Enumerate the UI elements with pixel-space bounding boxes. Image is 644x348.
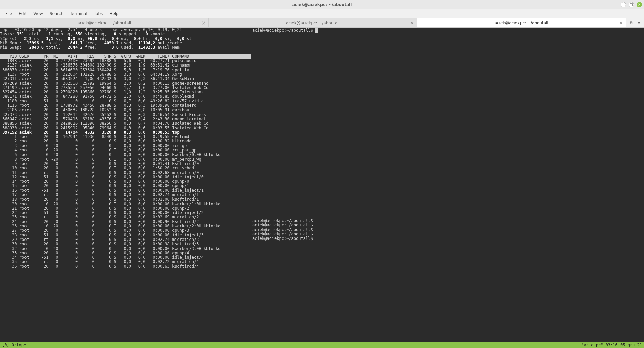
tab-1[interactable]: aciek@aciekpc: ~/aboutall × [209, 18, 417, 27]
tab-close-icon[interactable]: × [202, 20, 206, 26]
tabbar: aciek@aciekpc: ~/aboutall × aciek@aciekp… [0, 18, 644, 28]
menu-help[interactable]: Help [107, 10, 121, 17]
titlebar: aciek@aciekpc: ~/aboutall – □ × [0, 0, 644, 9]
workspace: top - 03:16:30 up 12 days, 2:54, 4 users… [0, 28, 644, 342]
new-tab-icon[interactable]: ⧉ [628, 20, 634, 26]
menu-tabs[interactable]: Tabs [91, 10, 106, 17]
terminal-pane-left[interactable]: top - 03:16:30 up 12 days, 2:54, 4 users… [0, 28, 251, 342]
tab-0[interactable]: aciek@aciekpc: ~/aboutall × [0, 18, 209, 27]
terminal-pane-right-bottom[interactable]: aciek@aciekpc:~/aboutall$aciek@aciekpc:~… [251, 218, 644, 342]
status-right: "aciekpc" 03:16 05-gru-21 [581, 343, 642, 347]
tab-2[interactable]: aciek@aciekpc: ~/aboutall × [417, 18, 626, 27]
menu-file[interactable]: File [3, 10, 15, 17]
window-controls: – □ × [621, 2, 642, 7]
status-left: [0] 0:top* [2, 343, 26, 347]
close-button[interactable]: × [637, 2, 642, 7]
minimize-button[interactable]: – [621, 2, 626, 7]
tab-label: aciek@aciekpc: ~/aboutall [286, 20, 340, 25]
maximize-button[interactable]: □ [629, 2, 634, 7]
tab-close-icon[interactable]: × [410, 20, 414, 26]
menubar: File Edit View Search Terminal Tabs Help [0, 9, 644, 18]
process-row-current: 397152 aciek 20 0 14784 4532 3520 R 0,3 … [0, 130, 251, 135]
menu-terminal[interactable]: Terminal [67, 10, 90, 17]
tab-label: aciek@aciekpc: ~/aboutall [77, 20, 131, 25]
process-header-row: PID USER PR NI VIRT RES SHR S %CPU %MEM … [0, 54, 251, 59]
tab-close-icon[interactable]: × [619, 20, 623, 26]
window-title: aciek@aciekpc: ~/aboutall [292, 2, 352, 7]
tab-menu-icon[interactable]: ▾ [636, 20, 642, 26]
prompt: aciek@aciekpc:~/aboutall$ [252, 28, 313, 33]
tab-controls: ⧉ ▾ [626, 18, 644, 27]
menu-view[interactable]: View [31, 10, 45, 17]
terminal-pane-right: aciek@aciekpc:~/aboutall$ aciek@aciekpc:… [251, 28, 644, 342]
menu-search[interactable]: Search [47, 10, 66, 17]
menu-edit[interactable]: Edit [16, 10, 29, 17]
tmux-statusbar: [0] 0:top* "aciekpc" 03:16 05-gru-21 [0, 342, 644, 348]
terminal-pane-right-top[interactable]: aciek@aciekpc:~/aboutall$ [251, 28, 644, 218]
cursor-icon [315, 28, 318, 33]
tab-label: aciek@aciekpc: ~/aboutall [495, 20, 548, 25]
